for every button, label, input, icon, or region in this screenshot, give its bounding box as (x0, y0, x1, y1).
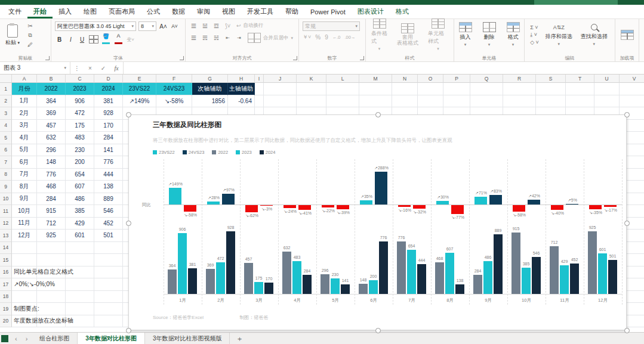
cell-V1[interactable] (620, 83, 644, 95)
format-painter-button[interactable]: 🖉 (26, 41, 35, 49)
fill-color-button[interactable]: 🪣 (101, 34, 111, 45)
yoy-bar-23VS22[interactable] (474, 197, 487, 204)
menu-tab[interactable]: 图表设计 (352, 5, 390, 18)
yoy-bar-24VS23[interactable] (489, 195, 502, 204)
cell-A16[interactable]: 同比单元格自定义格式 (12, 266, 37, 279)
chart-object[interactable]: 三年数据及同比柱形图 将三年数据放在柱形图中进行对比，第二层展示了同比数据，同比… (128, 114, 627, 330)
row-header[interactable]: 14 (0, 242, 12, 255)
cell-C4[interactable]: 175 (66, 120, 94, 132)
cell-A11[interactable]: 10月 (12, 205, 37, 218)
bar-2024[interactable] (455, 284, 464, 294)
yoy-bar-24VS23[interactable] (184, 205, 196, 212)
column-header[interactable]: T (566, 75, 594, 83)
menu-tab[interactable]: 开发工具 (241, 5, 279, 18)
cell-C5[interactable]: 483 (66, 132, 94, 144)
cell-D13[interactable]: 501 (94, 230, 123, 242)
select-all-corner[interactable] (0, 75, 12, 83)
cell-R1[interactable] (503, 83, 536, 95)
cell-A4[interactable]: 3月 (12, 120, 37, 132)
cell-T1[interactable] (566, 83, 594, 95)
paste-button[interactable]: 粘贴 ▾ (4, 24, 21, 47)
cell-V2[interactable] (620, 95, 644, 108)
selection-handle[interactable] (624, 112, 630, 117)
legend-item[interactable]: 24VS23 (183, 150, 205, 155)
cell-A12[interactable]: 11月 (12, 218, 37, 230)
cell-B14[interactable] (37, 242, 66, 255)
menu-tab[interactable]: 数据 (166, 5, 191, 18)
cell-D11[interactable]: 546 (94, 205, 123, 218)
cell-C9[interactable]: 607 (66, 181, 94, 193)
yoy-bar-23VS22[interactable] (322, 205, 334, 207)
column-header[interactable]: K (297, 75, 326, 83)
enter-icon[interactable]: ✓ (97, 65, 110, 72)
cell-B6[interactable]: 296 (37, 144, 66, 157)
cell-D2[interactable]: 381 (94, 95, 123, 108)
cell-U1[interactable] (594, 83, 620, 95)
yoy-bar-24VS23[interactable] (451, 205, 464, 214)
cell-C14[interactable] (66, 242, 94, 255)
cell-D5[interactable]: 284 (94, 132, 123, 144)
cut-button[interactable]: ✂ (26, 21, 35, 30)
cell-B3[interactable]: 369 (37, 107, 66, 120)
italic-button[interactable]: I (66, 36, 75, 43)
sort-filter-button[interactable]: A⇅Z排序和筛选▾ (544, 23, 574, 47)
cell-B1[interactable]: 2022 (37, 83, 66, 95)
decrease-decimal-button[interactable]: .00→ (345, 35, 356, 40)
cell-L2[interactable] (326, 95, 359, 108)
cell-P2[interactable] (443, 95, 470, 108)
column-header[interactable]: Q (470, 75, 503, 83)
bar-2024[interactable] (341, 284, 350, 294)
legend-item[interactable]: 2022 (212, 150, 228, 155)
next-sheet-icon[interactable]: › (21, 333, 32, 344)
row-header[interactable]: 15 (0, 254, 12, 266)
yoy-bar-23VS22[interactable] (551, 205, 563, 210)
cell-Q2[interactable] (470, 95, 503, 108)
yoy-bar-24VS23[interactable] (222, 194, 235, 204)
cell-A9[interactable]: 8月 (12, 181, 37, 193)
cell-E2[interactable]: ↗149% (123, 95, 156, 108)
clear-button[interactable]: ◇ ˅ (530, 39, 539, 45)
cell-B19[interactable] (37, 303, 66, 315)
bar-2023[interactable] (292, 261, 301, 294)
cell-D15[interactable] (94, 254, 123, 266)
row-header[interactable]: 10 (0, 193, 12, 206)
column-header[interactable]: G (192, 75, 228, 83)
yoy-bar-24VS23[interactable] (413, 205, 426, 209)
cell-A8[interactable]: 7月 (12, 169, 37, 181)
cell-B15[interactable] (37, 254, 66, 266)
bar-2024[interactable] (303, 275, 312, 294)
cancel-icon[interactable]: × (84, 65, 97, 72)
cell-A2[interactable]: 1月 (12, 95, 37, 108)
row-header[interactable]: 2 (0, 95, 12, 108)
column-header[interactable]: I (255, 75, 264, 83)
selection-handle[interactable] (126, 221, 131, 226)
cell-C3[interactable]: 472 (66, 107, 94, 120)
cell-A7[interactable]: 6月 (12, 156, 37, 169)
cell-C11[interactable]: 385 (66, 205, 94, 218)
column-header[interactable]: U (594, 75, 620, 83)
row-header[interactable]: 9 (0, 181, 12, 193)
bar-2023[interactable] (445, 253, 454, 294)
add-sheet-button[interactable]: ＋ (230, 333, 249, 344)
row-header[interactable]: 4 (0, 120, 12, 132)
cell-B7[interactable]: 148 (37, 156, 66, 169)
row-header[interactable]: 17 (0, 278, 12, 291)
row-header[interactable]: 16 (0, 266, 12, 279)
yoy-bar-23VS22[interactable] (360, 200, 372, 204)
shrink-font-button[interactable]: A˅ (170, 23, 179, 29)
copy-button[interactable]: ⧉ (26, 31, 35, 39)
cell-F2[interactable]: ↘-58% (156, 95, 192, 108)
cell-C8[interactable]: 654 (66, 169, 94, 181)
dialog-launcher-icon[interactable] (180, 56, 184, 60)
selection-handle[interactable] (126, 112, 131, 117)
row-header[interactable]: 8 (0, 169, 12, 181)
cell-T2[interactable] (566, 95, 594, 108)
delete-cells-button[interactable]: 删除▾ (481, 21, 498, 48)
wrap-text-button[interactable]: ↩自动换行 (235, 21, 266, 30)
bar-2024[interactable] (532, 257, 541, 294)
cell-A1[interactable]: 月份 (12, 83, 37, 95)
cell-E1[interactable]: 23VS22 (123, 83, 156, 95)
menu-tab[interactable]: 开始 (27, 5, 53, 18)
cell-M1[interactable] (359, 83, 392, 95)
cell-L1[interactable] (326, 83, 359, 95)
